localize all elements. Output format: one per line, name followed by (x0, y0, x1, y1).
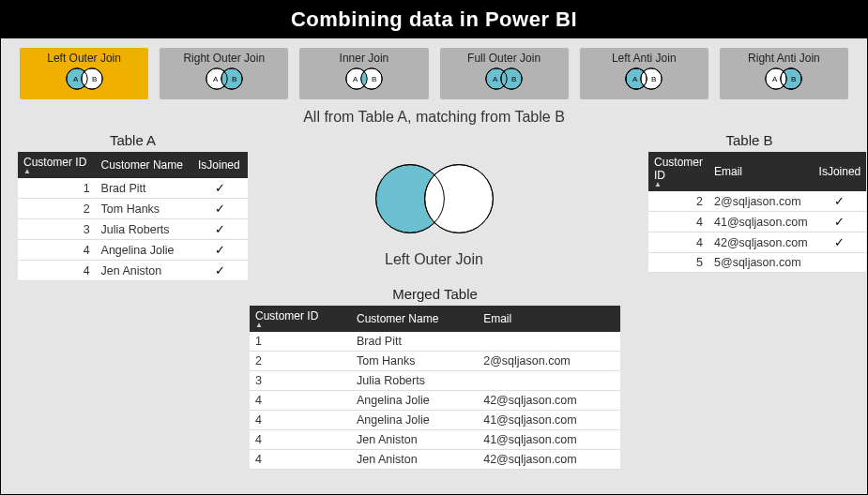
tab-left-outer[interactable]: Left Outer JoinAB (20, 48, 148, 99)
svg-text:A: A (73, 75, 79, 83)
table-row: 4Jen Aniston41@sqljason.com (250, 430, 620, 450)
cell-email: 42@sqljason.com (478, 450, 620, 470)
cell-id: 2 (648, 191, 708, 212)
cell-id: 2 (18, 199, 96, 219)
cell-name: Angelina Jolie (351, 411, 478, 430)
table-row: 4Jen Aniston42@sqljason.com (250, 450, 620, 470)
cell-isjoined: ✓ (814, 232, 867, 253)
cell-isjoined: ✓ (192, 199, 248, 219)
cell-email: 42@sqljason.com (478, 391, 620, 411)
table-row: 3Julia Roberts✓ (18, 219, 248, 240)
cell-name: Angelina Jolie (96, 240, 192, 261)
cell-email: 42@sqljason.com (708, 232, 814, 253)
cell-isjoined: ✓ (192, 261, 248, 281)
column-header[interactable]: IsJoined (192, 152, 248, 178)
cell-id: 4 (648, 212, 708, 232)
sort-asc-icon: ▲ (23, 169, 90, 174)
tab-right-outer[interactable]: Right Outer JoinAB (160, 48, 288, 99)
cell-isjoined: ✓ (814, 212, 867, 232)
tab-right-anti[interactable]: Right Anti JoinAB (720, 48, 848, 99)
svg-text:B: B (651, 75, 656, 83)
svg-text:A: A (493, 75, 498, 83)
cell-name: Brad Pitt (96, 178, 192, 199)
sort-asc-icon: ▲ (255, 322, 345, 328)
tab-full-outer[interactable]: Full Outer JoinAB (440, 48, 569, 99)
table-a: Customer ID▲Customer NameIsJoined 1Brad … (18, 152, 248, 281)
table-row: 1Brad Pitt✓ (18, 178, 248, 199)
cell-id: 3 (18, 219, 96, 240)
cell-id: 4 (250, 391, 351, 411)
venn-icon: AB (760, 67, 807, 94)
cell-id: 4 (250, 430, 351, 450)
table-row: 2Tom Hanks✓ (18, 199, 248, 219)
table-a-title: Table A (18, 132, 248, 148)
table-row: 442@sqljason.com✓ (648, 232, 866, 253)
join-description: All from Table A, matching from Table B (1, 109, 867, 126)
cell-name: Tom Hanks (351, 352, 478, 371)
column-header[interactable]: Customer ID▲ (648, 152, 708, 191)
cell-email (478, 371, 620, 391)
cell-email: 2@sqljason.com (478, 352, 620, 371)
column-header[interactable]: Customer ID▲ (250, 306, 351, 332)
svg-text:A: A (772, 75, 778, 83)
cell-name: Jen Aniston (96, 261, 192, 281)
cell-name: Brad Pitt (351, 332, 478, 352)
table-row: 441@sqljason.com✓ (648, 212, 866, 232)
cell-id: 4 (250, 450, 351, 470)
table-row: 3Julia Roberts (250, 371, 620, 391)
tab-label: Inner Join (299, 52, 428, 65)
cell-id: 4 (250, 411, 351, 430)
tab-left-anti[interactable]: Left Anti JoinAB (580, 48, 708, 99)
tab-label: Right Anti Join (720, 52, 848, 65)
check-icon: ✓ (215, 244, 225, 257)
cell-isjoined: ✓ (814, 191, 867, 212)
svg-text:B: B (372, 75, 376, 83)
cell-isjoined: ✓ (192, 240, 248, 261)
cell-id: 2 (250, 352, 351, 371)
column-header[interactable]: Customer ID▲ (18, 152, 96, 178)
table-row: 4Angelina Jolie✓ (18, 240, 248, 261)
cell-email: 41@sqljason.com (478, 411, 620, 430)
column-header[interactable]: Customer Name (96, 152, 192, 178)
table-row: 1Brad Pitt (250, 332, 620, 352)
cell-name: Julia Roberts (351, 371, 478, 391)
cell-id: 5 (648, 253, 708, 273)
table-row: 55@sqljason.com (648, 253, 866, 273)
check-icon: ✓ (215, 264, 225, 278)
cell-name: Jen Aniston (351, 450, 478, 470)
cell-id: 1 (18, 178, 96, 199)
cell-id: 3 (250, 371, 351, 391)
check-icon: ✓ (834, 195, 845, 208)
tab-inner[interactable]: Inner JoinAB (299, 48, 428, 99)
table-row: 2Tom Hanks2@sqljason.com (250, 352, 620, 371)
svg-text:A: A (353, 75, 358, 83)
cell-id: 4 (18, 240, 96, 261)
column-header[interactable]: Customer Name (351, 306, 478, 332)
venn-icon: AB (341, 67, 388, 94)
check-icon: ✓ (834, 216, 845, 229)
column-header[interactable]: Email (478, 306, 620, 332)
venn-icon: AB (201, 67, 248, 94)
cell-id: 4 (18, 261, 96, 281)
table-row: 4Jen Aniston✓ (18, 261, 248, 281)
tab-label: Left Outer Join (20, 52, 148, 65)
cell-name: Tom Hanks (96, 199, 192, 219)
column-header[interactable]: Email (708, 152, 814, 191)
svg-text:B: B (791, 75, 796, 83)
svg-text:A: A (213, 75, 219, 83)
cell-email: 41@sqljason.com (708, 212, 814, 232)
tab-label: Full Outer Join (440, 52, 569, 65)
cell-isjoined (814, 253, 867, 273)
svg-text:B: B (92, 75, 97, 83)
cell-email (478, 332, 620, 352)
check-icon: ✓ (215, 182, 225, 195)
svg-text:A: A (632, 75, 638, 83)
cell-email: 41@sqljason.com (478, 430, 620, 450)
cell-name: Jen Aniston (351, 430, 478, 450)
venn-icon: AB (620, 67, 667, 94)
venn-icon: AB (61, 67, 108, 94)
check-icon: ✓ (834, 236, 845, 249)
column-header[interactable]: IsJoined (814, 152, 867, 191)
svg-text:B: B (232, 75, 236, 83)
sort-asc-icon: ▲ (654, 182, 703, 188)
